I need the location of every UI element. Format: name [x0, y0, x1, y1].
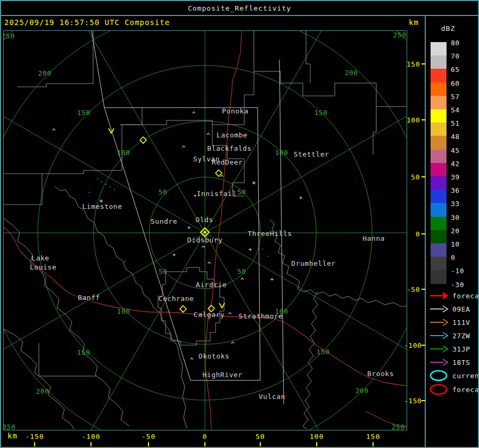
city-label: Innisfail — [197, 190, 237, 198]
legend-arrow-icon — [429, 343, 449, 355]
legend-arrow-icon — [429, 316, 449, 329]
legend-item: 18TS — [429, 356, 470, 369]
right-axis-tick-label: 0 — [404, 230, 420, 238]
city-label: Louise — [30, 263, 56, 271]
colorbar-title: dBZ — [426, 25, 470, 32]
city-label: Drumheller — [291, 259, 335, 267]
bottom-axis-unit-label: km — [7, 431, 18, 440]
bottom-axis-tick — [204, 442, 205, 446]
city-label: RedDeer — [212, 158, 243, 166]
ring-distance-label: 150 — [317, 348, 330, 356]
right-axis-unit-label: km — [409, 18, 419, 27]
ring-distance-label: 50 — [237, 188, 246, 196]
plus-marker: + — [249, 246, 252, 253]
ring-distance-label: 100 — [275, 149, 288, 157]
ring-distance-label: 200 — [345, 69, 358, 77]
plus-marker: + — [172, 251, 176, 258]
radial-line — [4, 233, 205, 430]
ring-distance-label: 100 — [117, 149, 130, 157]
dbz-color-swatch — [431, 136, 447, 149]
ring-distance-label: 200 — [38, 69, 52, 77]
legend-item-label: 09EA — [452, 305, 470, 313]
city-label: Cochrane — [159, 295, 194, 303]
dbz-scale-label: 30 — [451, 214, 472, 222]
city-label: HighRiver — [203, 371, 243, 379]
dbz-color-swatch — [431, 69, 447, 82]
legend-item-label: 31JP — [452, 345, 470, 353]
city-label: Brooks — [367, 370, 394, 378]
ring-distance-label: 250 — [392, 423, 405, 430]
right-axis-tick-label: 150 — [404, 60, 420, 68]
ring-distance-label: 50 — [237, 267, 246, 275]
dbz-scale-label: -10 — [451, 267, 472, 275]
weak-echo-dot — [110, 186, 111, 188]
bottom-axis-tick — [34, 442, 35, 446]
asterisk-marker: * — [252, 180, 256, 188]
city-label: Okotoks — [199, 352, 229, 360]
county-boundary — [4, 218, 129, 426]
bottom-distance-axis: -150-100-50050100150 — [1, 430, 425, 447]
right-axis-tick — [422, 233, 425, 234]
header-row: 2025/09/19 16:57:50 UTC Composite — [1, 16, 425, 29]
dbz-color-swatch — [431, 190, 447, 203]
dbz-scale-label: 10 — [451, 240, 472, 249]
dbz-color-swatch — [431, 96, 447, 109]
dbz-scale-label: 54 — [451, 106, 472, 115]
ring-distance-label: 100 — [117, 307, 130, 315]
weak-echo-dot — [125, 261, 126, 262]
dbz-scale-label: 60 — [451, 79, 472, 88]
caret-marker: ^ — [240, 277, 244, 284]
caret-marker: ^ — [230, 341, 234, 348]
caret-marker: ^ — [206, 132, 210, 140]
right-axis-tick-label: -150 — [404, 397, 420, 405]
bottom-axis-tick — [316, 442, 317, 446]
weak-echo-dot — [89, 192, 90, 193]
legend-item-label: forecast — [452, 292, 479, 300]
app-window: Composite_Reflectivity 2025/09/19 16:57:… — [0, 0, 479, 448]
legend-arrow-icon — [429, 329, 449, 342]
dbz-color-swatch — [431, 176, 447, 190]
dbz-scale-label: 57 — [451, 93, 472, 101]
ring-distance-label: 150 — [77, 348, 90, 356]
right-distance-axis: 150100500-50-100-150 — [404, 30, 426, 430]
radar-map[interactable]: 5050505010010010010015015015015020020020… — [3, 30, 407, 430]
city-label: Vulcan — [259, 393, 285, 401]
legend-arrow-icon — [429, 356, 449, 369]
legend-item: 09EA — [429, 303, 470, 315]
county-boundary — [120, 71, 407, 125]
legend-item: 27ZW — [429, 329, 470, 342]
dbz-scale-label: 0 — [451, 254, 472, 262]
dbz-color-swatch — [431, 163, 447, 176]
bottom-axis-tick-label: 100 — [310, 433, 324, 441]
title-bar[interactable]: Composite_Reflectivity — [1, 1, 478, 16]
dbz-color-swatch — [431, 55, 447, 69]
bottom-axis-tick — [373, 442, 374, 446]
legend-item-label: 27ZW — [452, 332, 470, 340]
city-label: Ponoka — [222, 107, 249, 115]
legend-arrow-icon — [429, 303, 449, 315]
plus-marker: + — [299, 194, 303, 201]
city-label: Sundre — [151, 217, 177, 225]
legend-item-label: 18TS — [452, 359, 470, 366]
dbz-color-swatch — [431, 150, 447, 163]
county-boundary — [303, 292, 318, 429]
legend-item: 31JP — [429, 343, 470, 355]
caret-marker: ^ — [207, 261, 211, 268]
caret-marker: ^ — [189, 357, 193, 364]
right-axis-tick — [422, 400, 425, 401]
legend-item: forecast — [429, 383, 479, 396]
ring-distance-label: 150 — [315, 109, 328, 117]
dbz-color-swatch — [431, 83, 447, 96]
weak-echo-dot — [262, 249, 263, 250]
bottom-axis-tick-label: 50 — [255, 433, 265, 441]
weak-echo-dot — [97, 178, 98, 180]
city-label: Banff — [78, 294, 100, 302]
plus-marker: + — [270, 276, 274, 283]
dbz-scale-label: 20 — [451, 227, 472, 235]
bottom-axis-tick-label: 0 — [203, 433, 208, 441]
ring-distance-label: 50 — [159, 188, 168, 196]
right-axis-tick — [422, 345, 425, 346]
ring-distance-label: 200 — [356, 387, 369, 395]
legend-ellipse-icon — [429, 369, 449, 382]
city-label: Limestone — [82, 202, 122, 210]
